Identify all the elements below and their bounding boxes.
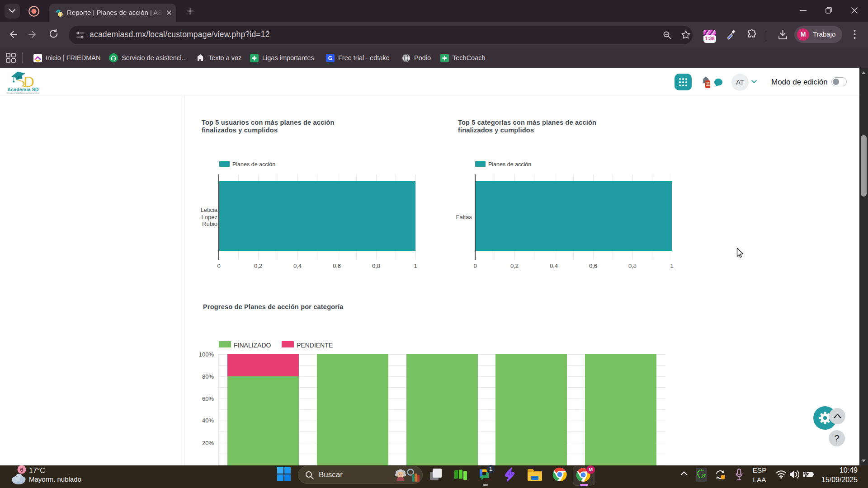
svg-text:6: 6 [20,466,23,473]
svg-text:G: G [328,55,332,61]
